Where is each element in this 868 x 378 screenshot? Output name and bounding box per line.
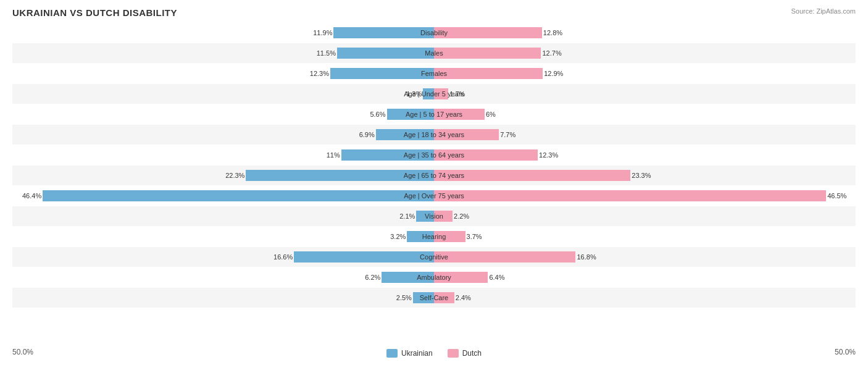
value-ukrainian: 6.2% bbox=[365, 274, 380, 281]
legend-item-dutch: Dutch bbox=[448, 349, 482, 358]
bar-dutch: 12.8% bbox=[434, 27, 542, 38]
value-ukrainian: 3.2% bbox=[390, 233, 406, 240]
bar-row: 12.3% Females 12.9% bbox=[12, 64, 856, 83]
value-ukrainian: 2.1% bbox=[399, 212, 415, 220]
left-side: 2.5% bbox=[12, 288, 434, 308]
bar-ukrainian: 12.3% bbox=[330, 68, 434, 79]
value-ukrainian: 11.9% bbox=[313, 29, 332, 36]
right-side: 46.5% bbox=[434, 186, 856, 206]
bar-ukrainian: 22.3% bbox=[246, 170, 434, 181]
bar-dutch: 2.2% bbox=[434, 211, 453, 222]
left-side: 2.1% bbox=[12, 206, 434, 226]
bar-ukrainian: 3.2% bbox=[407, 231, 434, 242]
value-ukrainian: 11% bbox=[327, 151, 340, 159]
bar-dutch: 12.7% bbox=[434, 48, 541, 59]
right-side: 12.9% bbox=[434, 64, 856, 83]
bar-row: 2.1% Vision 2.2% bbox=[12, 206, 856, 226]
right-side: 12.7% bbox=[434, 43, 856, 63]
value-dutch: 12.8% bbox=[543, 29, 562, 36]
bar-row: 5.6% Age | 5 to 17 years 6% bbox=[12, 104, 856, 124]
bar-ukrainian: 2.5% bbox=[413, 292, 434, 303]
legend: Ukrainian Dutch bbox=[386, 349, 482, 358]
left-side: 46.4% bbox=[12, 186, 434, 206]
bar-dutch: 6.4% bbox=[434, 272, 488, 283]
value-dutch: 6.4% bbox=[489, 274, 504, 281]
bar-dutch: 46.5% bbox=[434, 190, 826, 201]
legend-item-ukrainian: Ukrainian bbox=[386, 349, 433, 358]
value-ukrainian: 5.6% bbox=[370, 111, 385, 118]
right-side: 1.7% bbox=[434, 84, 856, 104]
left-side: 16.6% bbox=[12, 247, 434, 267]
bar-ukrainian: 1.3% bbox=[423, 88, 434, 99]
left-side: 11.9% bbox=[12, 23, 434, 43]
right-side: 7.7% bbox=[434, 125, 856, 145]
value-dutch: 12.9% bbox=[544, 70, 563, 77]
bar-row: 22.3% Age | 65 to 74 years 23.3% bbox=[12, 166, 856, 185]
bar-dutch: 3.7% bbox=[434, 231, 465, 242]
bar-row: 6.9% Age | 18 to 34 years 7.7% bbox=[12, 125, 856, 145]
bar-row: 46.4% Age | Over 75 years 46.5% bbox=[12, 186, 856, 206]
value-ukrainian: 46.4% bbox=[22, 192, 41, 200]
left-side: 11% bbox=[12, 145, 434, 165]
right-side: 16.8% bbox=[434, 247, 856, 267]
right-side: 3.7% bbox=[434, 227, 856, 246]
right-side: 2.2% bbox=[434, 206, 856, 226]
left-side: 6.9% bbox=[12, 125, 434, 145]
left-side: 12.3% bbox=[12, 64, 434, 83]
value-dutch: 7.7% bbox=[500, 131, 515, 138]
bar-row: 2.5% Self-Care 2.4% bbox=[12, 288, 856, 308]
chart-container: UKRAINIAN VS DUTCH DISABILITY Source: Zi… bbox=[0, 0, 868, 378]
value-dutch: 2.2% bbox=[454, 212, 469, 220]
left-side: 3.2% bbox=[12, 227, 434, 246]
bar-ukrainian: 16.6% bbox=[294, 251, 434, 262]
bar-row: 3.2% Hearing 3.7% bbox=[12, 227, 856, 246]
value-dutch: 12.3% bbox=[539, 151, 558, 159]
bar-ukrainian: 46.4% bbox=[43, 190, 434, 201]
value-dutch: 2.4% bbox=[456, 294, 471, 301]
bar-dutch: 12.3% bbox=[434, 149, 538, 161]
dutch-swatch bbox=[448, 349, 459, 358]
left-side: 22.3% bbox=[12, 166, 434, 185]
bar-ukrainian: 11% bbox=[341, 149, 434, 161]
legend-dutch-label: Dutch bbox=[462, 349, 482, 358]
bottom-area: 50.0% Ukrainian Dutch 50.0% bbox=[12, 346, 856, 358]
legend-ukrainian-label: Ukrainian bbox=[401, 349, 433, 358]
value-ukrainian: 22.3% bbox=[225, 172, 244, 179]
left-side: 5.6% bbox=[12, 104, 434, 124]
source-label: Source: ZipAtlas.com bbox=[791, 7, 856, 15]
left-side: 11.5% bbox=[12, 43, 434, 63]
right-side: 12.3% bbox=[434, 145, 856, 165]
bar-dutch: 1.7% bbox=[434, 88, 448, 99]
right-side: 23.3% bbox=[434, 166, 856, 185]
bar-ukrainian: 11.9% bbox=[333, 27, 434, 38]
bar-ukrainian: 6.9% bbox=[376, 129, 434, 140]
right-side: 2.4% bbox=[434, 288, 856, 308]
value-dutch: 3.7% bbox=[467, 233, 482, 240]
value-dutch: 46.5% bbox=[827, 192, 846, 200]
bar-dutch: 16.8% bbox=[434, 251, 575, 262]
bar-ukrainian: 11.5% bbox=[337, 48, 434, 59]
bar-row: 16.6% Cognitive 16.8% bbox=[12, 247, 856, 267]
value-dutch: 23.3% bbox=[632, 172, 651, 179]
value-ukrainian: 2.5% bbox=[396, 294, 412, 301]
value-ukrainian: 12.3% bbox=[310, 70, 329, 77]
bar-dutch: 2.4% bbox=[434, 292, 454, 303]
bar-ukrainian: 5.6% bbox=[387, 109, 434, 120]
bar-row: 11.9% Disability 12.8% bbox=[12, 23, 856, 43]
right-side: 6.4% bbox=[434, 267, 856, 287]
bar-dutch: 23.3% bbox=[434, 170, 630, 181]
bar-row: 6.2% Ambulatory 6.4% bbox=[12, 267, 856, 287]
bar-row: 11.5% Males 12.7% bbox=[12, 43, 856, 63]
chart-title: UKRAINIAN VS DUTCH DISABILITY bbox=[12, 7, 856, 18]
bar-row: 11% Age | 35 to 64 years 12.3% bbox=[12, 145, 856, 165]
axis-right: 50.0% bbox=[482, 348, 856, 356]
value-dutch: 6% bbox=[486, 111, 496, 118]
bar-ukrainian: 2.1% bbox=[416, 211, 434, 222]
bar-dutch: 7.7% bbox=[434, 129, 499, 140]
right-side: 6% bbox=[434, 104, 856, 124]
axis-left: 50.0% bbox=[12, 348, 386, 356]
bar-row: 1.3% Age | Under 5 years 1.7% bbox=[12, 84, 856, 104]
value-dutch: 12.7% bbox=[542, 49, 561, 57]
right-side: 12.8% bbox=[434, 23, 856, 43]
value-ukrainian: 6.9% bbox=[359, 131, 375, 138]
